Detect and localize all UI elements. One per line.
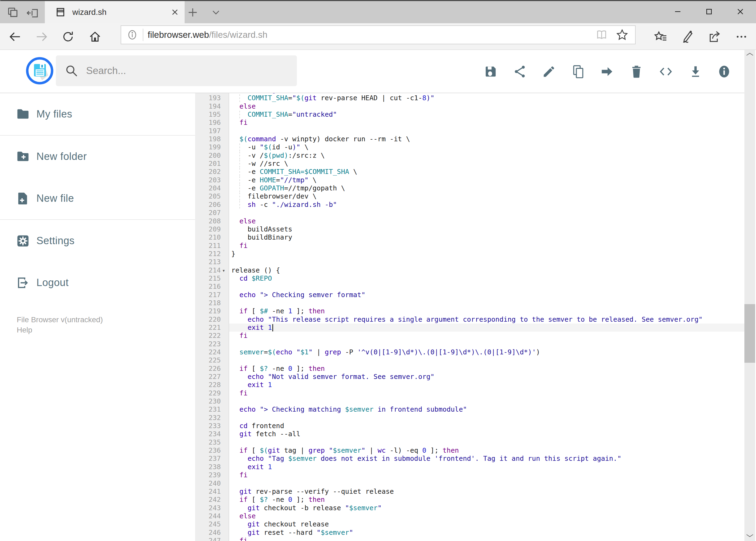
code-line-197[interactable]: 197 — [195, 127, 744, 135]
code-line-240[interactable]: 240 — [195, 479, 744, 487]
raw-code-icon[interactable] — [659, 65, 673, 79]
code-line-220[interactable]: 220 echo "This release script requires a… — [195, 315, 744, 323]
code-line-217[interactable]: 217 echo "> Checking semver format" — [195, 291, 744, 299]
new-tab-icon[interactable] — [185, 5, 201, 20]
code-line-233[interactable]: 233 cd frontend — [195, 422, 744, 430]
favorite-star-icon[interactable] — [616, 28, 629, 41]
code-line-226[interactable]: 226 if [ $? -ne 0 ]; then — [195, 365, 744, 373]
code-line-193[interactable]: 193 COMMIT_SHA="$(git rev-parse HEAD | c… — [195, 94, 744, 102]
page-scrollbar[interactable] — [744, 50, 755, 541]
tab-preview-icon[interactable] — [6, 6, 20, 20]
home-icon[interactable] — [88, 30, 102, 44]
code-line-228[interactable]: 228 exit 1 — [195, 381, 744, 389]
code-line-218[interactable]: 218 — [195, 299, 744, 307]
code-line-241[interactable]: 241 git rev-parse --verify --quiet relea… — [195, 487, 744, 496]
code-line-221[interactable]: 221 exit 1 — [195, 323, 744, 332]
minimize-icon[interactable] — [666, 1, 689, 22]
share-page-icon[interactable] — [707, 29, 722, 44]
reading-view-icon[interactable] — [595, 28, 608, 41]
code-editor[interactable]: 192 if [ "$(git status -s)" == "" ]; the… — [195, 93, 744, 541]
code-line-219[interactable]: 219 if [ $# -ne 1 ]; then — [195, 307, 744, 315]
code-line-214[interactable]: 214▾release () { — [195, 266, 744, 274]
code-line-198[interactable]: 198 $(command -v winpty) docker run --rm… — [195, 135, 744, 143]
code-line-206[interactable]: 206 sh -c "./wizard.sh -b" — [195, 201, 744, 209]
search-input[interactable]: Search... — [56, 55, 297, 86]
save-icon[interactable] — [484, 65, 498, 79]
close-tab-icon[interactable] — [167, 5, 182, 20]
forward-icon[interactable] — [35, 30, 49, 44]
code-line-223[interactable]: 223 — [195, 340, 744, 348]
tabs-menu-chevron-icon[interactable] — [208, 5, 224, 20]
code-line-235[interactable]: 235 — [195, 438, 744, 446]
code-line-204[interactable]: 204 -e GOPATH=//tmp/gopath \ — [195, 184, 744, 192]
site-info-icon[interactable] — [126, 29, 138, 41]
close-window-icon[interactable] — [729, 1, 752, 22]
sidebar-item-new-folder[interactable]: New folder — [0, 136, 195, 178]
fold-arrow-icon[interactable]: ▾ — [222, 266, 225, 274]
scroll-down-icon[interactable] — [745, 533, 754, 539]
annotate-pen-icon[interactable] — [680, 29, 695, 44]
sidebar-item-my-files[interactable]: My files — [0, 93, 195, 135]
code-line-195[interactable]: 195 COMMIT_SHA="untracked" — [195, 111, 744, 119]
code-line-236[interactable]: 236 if [ $(git tag | grep "$semver" | wc… — [195, 446, 744, 455]
delete-icon[interactable] — [630, 65, 643, 79]
code-line-207[interactable]: 207 — [195, 209, 744, 217]
code-line-230[interactable]: 230 — [195, 397, 744, 405]
code-line-224[interactable]: 224 semver=$(echo "$1" | grep -P '^v(0|[… — [195, 348, 744, 356]
code-line-194[interactable]: 194 else — [195, 102, 744, 111]
hub-favorites-icon[interactable] — [653, 29, 668, 44]
code-line-234[interactable]: 234 git fetch --all — [195, 430, 744, 438]
set-tabs-aside-icon[interactable] — [26, 6, 40, 20]
browser-tab[interactable]: wizard.sh — [45, 1, 185, 23]
code-line-200[interactable]: 200 -v /$(pwd):/src:z \ — [195, 152, 744, 160]
code-line-203[interactable]: 203 -e HOME="//tmp" \ — [195, 176, 744, 184]
code-line-215[interactable]: 215 cd $REPO — [195, 274, 744, 282]
code-line-201[interactable]: 201 -w //src \ — [195, 160, 744, 168]
filebrowser-logo[interactable] — [26, 57, 54, 85]
code-line-208[interactable]: 208 else — [195, 217, 744, 225]
code-line-243[interactable]: 243 git checkout -b release "$semver" — [195, 504, 744, 512]
code-line-216[interactable]: 216 — [195, 282, 744, 290]
code-line-231[interactable]: 231 echo "> Checking matching $semver in… — [195, 405, 744, 413]
code-line-247[interactable]: 247 fi — [195, 537, 744, 541]
code-line-246[interactable]: 246 git reset --hard "$semver" — [195, 529, 744, 537]
back-icon[interactable] — [8, 30, 22, 44]
help-link[interactable]: Help — [17, 325, 103, 335]
code-line-210[interactable]: 210 buildBinary — [195, 234, 744, 242]
code-line-242[interactable]: 242 if [ $? -ne 0 ]; then — [195, 496, 744, 504]
code-line-211[interactable]: 211 fi — [195, 242, 744, 250]
url-text[interactable]: filebrowser.web/files/wizard.sh — [147, 30, 595, 40]
scroll-up-icon[interactable] — [745, 52, 754, 58]
move-icon[interactable] — [600, 65, 614, 79]
code-line-202[interactable]: 202 -e COMMIT_SHA=$COMMIT_SHA \ — [195, 168, 744, 176]
code-line-239[interactable]: 239 fi — [195, 471, 744, 479]
scrollbar-thumb[interactable] — [744, 304, 755, 363]
code-line-199[interactable]: 199 -u "$(id -u)" \ — [195, 143, 744, 151]
code-line-229[interactable]: 229 fi — [195, 389, 744, 397]
code-line-205[interactable]: 205 filebrowser/dev \ — [195, 192, 744, 201]
url-bar[interactable]: filebrowser.web/files/wizard.sh — [121, 25, 635, 44]
code-line-237[interactable]: 237 echo "Tag $semver does not exist in … — [195, 455, 744, 463]
more-options-icon[interactable] — [734, 29, 749, 44]
sidebar-item-settings[interactable]: Settings — [0, 220, 195, 262]
rename-icon[interactable] — [542, 65, 556, 79]
code-line-209[interactable]: 209 buildAssets — [195, 225, 744, 234]
code-line-245[interactable]: 245 git checkout release — [195, 520, 744, 528]
sidebar-item-new-file[interactable]: New file — [0, 178, 195, 219]
code-line-238[interactable]: 238 exit 1 — [195, 463, 744, 471]
share-icon[interactable] — [513, 65, 527, 79]
code-line-213[interactable]: 213 — [195, 258, 744, 266]
code-line-212[interactable]: 212} — [195, 250, 744, 258]
sidebar-item-logout[interactable]: Logout — [0, 262, 195, 303]
code-line-222[interactable]: 222 fi — [195, 332, 744, 340]
code-line-244[interactable]: 244 else — [195, 512, 744, 520]
copy-icon[interactable] — [571, 65, 586, 79]
maximize-icon[interactable] — [697, 1, 721, 22]
code-line-227[interactable]: 227 echo "Not valid semver format. See s… — [195, 373, 744, 381]
download-icon[interactable] — [688, 65, 702, 79]
code-line-232[interactable]: 232 — [195, 414, 744, 422]
code-line-196[interactable]: 196 fi — [195, 119, 744, 127]
info-icon[interactable] — [717, 65, 731, 79]
code-line-225[interactable]: 225 — [195, 356, 744, 364]
refresh-icon[interactable] — [61, 30, 75, 44]
